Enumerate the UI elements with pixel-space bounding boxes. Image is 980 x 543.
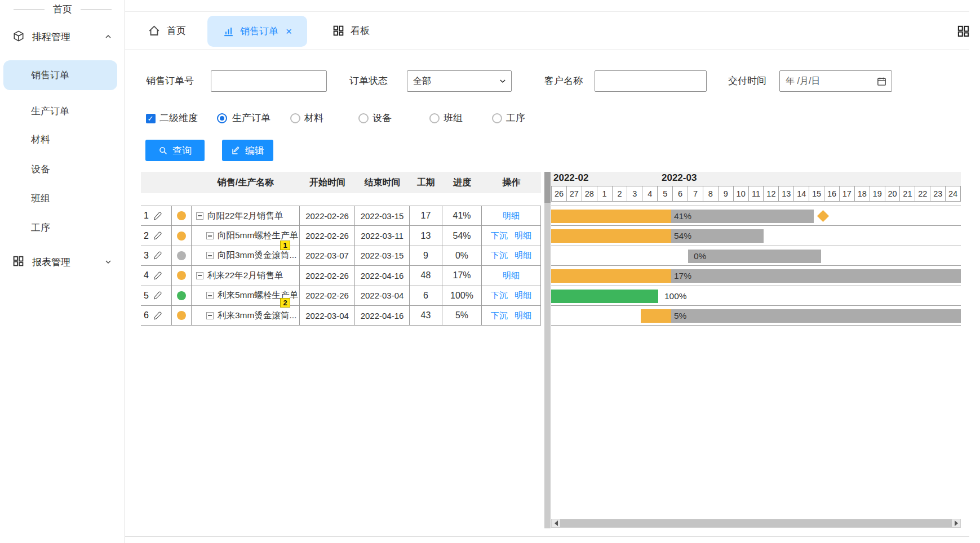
gantt-bar[interactable] (551, 269, 961, 283)
order-name: 利来22年2月销售单 (207, 270, 283, 282)
edit-button[interactable]: 编辑 (222, 140, 273, 161)
sidebar-item-material[interactable]: 材料 (0, 132, 125, 146)
drilldown-link[interactable]: 下沉 (491, 230, 508, 241)
col-header-progress: 进度 (442, 177, 482, 189)
pencil-edit-icon[interactable] (153, 231, 162, 241)
collapse-icon[interactable] (196, 212, 203, 220)
order-status-select[interactable]: 全部 (407, 70, 512, 92)
gantt-splitter[interactable] (544, 172, 551, 203)
radio-process[interactable] (492, 113, 502, 123)
order-name: 向阳3mm烫金滚筒... (218, 250, 296, 261)
gantt-horizontal-scrollbar[interactable] (551, 519, 961, 528)
query-button[interactable]: 查询 (145, 140, 205, 161)
pencil-edit-icon[interactable] (153, 251, 162, 260)
order-name: 向阳5mm螺栓生产单 (218, 230, 298, 242)
pencil-edit-icon[interactable] (153, 211, 162, 221)
close-icon[interactable]: × (286, 25, 292, 38)
gantt-month-label: 2022-02 (553, 172, 588, 184)
status-circle (177, 311, 186, 320)
drilldown-link[interactable]: 下沉 (491, 290, 508, 301)
progress: 54% (442, 226, 482, 245)
cube-icon (12, 30, 25, 42)
tab-board[interactable]: 看板 (332, 12, 370, 50)
detail-link[interactable]: 明细 (515, 250, 531, 261)
radio-production-order[interactable] (217, 113, 227, 123)
scrollbar-thumb[interactable] (560, 519, 952, 527)
gantt-day-cell: 16 (824, 186, 840, 202)
pencil-edit-icon[interactable] (153, 291, 162, 300)
main-area: 首页 销售订单 × 看板 销售订单号 (125, 0, 969, 543)
tab-sales-order[interactable]: 销售订单 × (207, 16, 307, 47)
gantt-bar[interactable] (641, 309, 961, 323)
pencil-edit-icon[interactable] (153, 271, 162, 281)
layout-grid-icon[interactable] (957, 25, 970, 38)
duration: 43 (410, 306, 442, 325)
scroll-right-arrow-icon[interactable] (952, 519, 960, 527)
milestone-diamond-icon[interactable] (817, 210, 829, 222)
tab-home[interactable]: 首页 (148, 12, 186, 50)
sidebar-item-home[interactable]: 首页 (0, 2, 125, 16)
gantt-bar[interactable] (688, 250, 821, 263)
calendar-icon (876, 76, 887, 87)
table-row: 1 向阳22年2月销售单 2022-02-26 2022-03-15 17 41… (141, 206, 541, 226)
collapse-icon[interactable] (206, 252, 214, 259)
collapse-icon[interactable] (196, 272, 203, 279)
sidebar-section-schedule[interactable]: 排程管理 (0, 25, 125, 47)
order-status-value: 全部 (413, 75, 431, 87)
detail-link[interactable]: 明细 (515, 230, 531, 241)
end-date: 2022-03-11 (355, 226, 410, 245)
radio-equipment[interactable] (358, 113, 369, 123)
detail-link[interactable]: 明细 (515, 310, 531, 321)
gantt-day-cell: 13 (779, 186, 794, 202)
gantt-day-cell: 6 (673, 186, 688, 202)
tab-label: 首页 (167, 24, 186, 37)
gantt-day-cell: 11 (749, 186, 764, 202)
sidebar-item-production-order[interactable]: 生产订单 (0, 104, 125, 118)
sidebar-section-label: 报表管理 (32, 256, 70, 269)
sidebar-home-label: 首页 (53, 3, 72, 16)
gantt-bar[interactable] (551, 229, 764, 243)
gantt-month-label: 2022-03 (662, 172, 697, 184)
sidebar-item-sales-order[interactable]: 销售订单 (3, 60, 117, 90)
gantt-bar[interactable] (551, 290, 658, 303)
gantt-day-cell: 23 (930, 186, 946, 202)
sidebar-item-equipment[interactable]: 设备 (0, 162, 125, 176)
gantt-bar-progress (641, 309, 671, 323)
duration: 13 (410, 226, 442, 245)
progress: 5% (442, 306, 482, 325)
sidebar-item-process[interactable]: 工序 (0, 220, 125, 235)
row-number: 3 (144, 251, 149, 261)
order-no-input[interactable] (211, 70, 327, 92)
pencil-edit-icon[interactable] (153, 311, 162, 321)
tab-bar: 首页 销售订单 × 看板 (125, 11, 969, 50)
annotation-badge-1: 1 (280, 241, 290, 250)
duration: 6 (410, 286, 442, 305)
drilldown-link[interactable]: 下沉 (491, 250, 508, 261)
secondary-dimension-checkbox[interactable] (146, 114, 156, 123)
radio-team[interactable] (429, 113, 440, 123)
divider (14, 9, 45, 10)
detail-link[interactable]: 明细 (503, 211, 520, 221)
secondary-dimension-label: 二级维度 (159, 113, 198, 124)
gantt-splitter-track[interactable] (544, 203, 551, 528)
gantt-progress-label: 41% (674, 210, 691, 223)
detail-link[interactable]: 明细 (515, 290, 531, 301)
collapse-icon[interactable] (206, 292, 214, 299)
delivery-date-input[interactable]: 年 /月/日 (779, 70, 892, 92)
row-number: 4 (144, 270, 149, 281)
collapse-icon[interactable] (206, 312, 214, 319)
customer-input[interactable] (595, 70, 707, 92)
sidebar-section-reports[interactable]: 报表管理 (0, 250, 125, 273)
scroll-left-arrow-icon[interactable] (552, 519, 560, 527)
radio-material[interactable] (290, 113, 300, 123)
start-date: 2022-02-26 (300, 206, 355, 225)
drilldown-link[interactable]: 下沉 (491, 310, 508, 321)
detail-link[interactable]: 明细 (503, 270, 520, 281)
collapse-icon[interactable] (206, 232, 214, 239)
tab-label: 销售订单 (240, 25, 278, 38)
row-number: 6 (144, 310, 149, 321)
col-header-start: 开始时间 (300, 177, 355, 189)
progress: 17% (442, 266, 482, 285)
sidebar-item-team[interactable]: 班组 (0, 191, 125, 206)
gantt-row: 41% (551, 206, 961, 226)
